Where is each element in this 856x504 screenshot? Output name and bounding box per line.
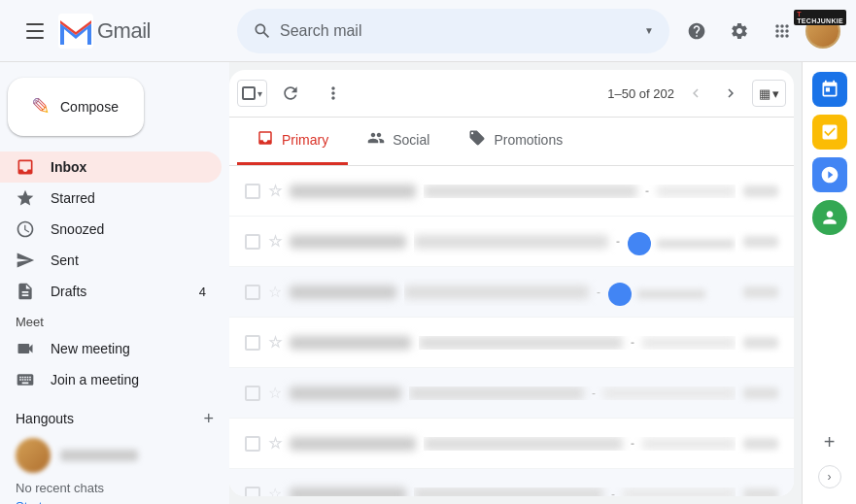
no-recent-chats: No recent chats [0, 477, 229, 499]
search-dropdown-icon: ▼ [644, 25, 654, 36]
email-content: - [424, 185, 736, 198]
search-bar[interactable]: Search mail ▼ [237, 9, 669, 53]
new-meeting-label: New meeting [51, 341, 206, 356]
email-content: - [414, 228, 736, 255]
draft-icon [16, 282, 35, 301]
next-icon [722, 84, 739, 102]
gmail-logo[interactable]: Gmail [58, 14, 151, 49]
hangouts-section: Hangouts + No recent chats Start a new o… [0, 395, 229, 504]
keyboard-icon [16, 370, 35, 389]
hangouts-title: Hangouts [16, 411, 74, 426]
tab-promotions[interactable]: Promotions [449, 118, 582, 165]
promotions-tab-label: Promotions [494, 132, 563, 148]
email-checkbox[interactable] [245, 184, 260, 199]
primary-tab-label: Primary [282, 132, 328, 148]
table-row[interactable]: ☆ - [229, 318, 794, 368]
right-calendar-icon[interactable] [810, 70, 849, 109]
email-checkbox[interactable] [245, 234, 260, 250]
email-subject [424, 185, 637, 198]
start-new-chat[interactable]: Start a new one [0, 499, 229, 504]
view-toggle[interactable]: ▦ ▾ [752, 80, 786, 107]
email-date [743, 236, 778, 248]
refresh-icon [281, 84, 300, 103]
sidebar-item-starred[interactable]: Starred [0, 183, 222, 214]
refresh-button[interactable] [271, 74, 310, 113]
right-tasks-icon[interactable] [810, 113, 849, 151]
table-row[interactable]: ☆ - [229, 166, 794, 217]
email-sender [290, 286, 396, 299]
email-date [743, 438, 778, 450]
more-options-button[interactable] [314, 74, 353, 113]
hangouts-avatar [16, 438, 51, 473]
email-star[interactable]: ☆ [268, 434, 282, 453]
table-row[interactable]: ☆ - [229, 267, 794, 318]
select-all-checkbox[interactable]: ▾ [237, 80, 267, 107]
email-thread-avatar [628, 232, 651, 255]
email-checkbox[interactable] [245, 335, 260, 351]
email-subject [419, 336, 623, 350]
email-star[interactable]: ☆ [268, 182, 282, 200]
table-row[interactable]: ☆ - [229, 217, 794, 267]
right-keep-icon[interactable] [810, 155, 849, 194]
drafts-badge: 4 [199, 285, 206, 299]
email-sender [290, 185, 416, 198]
table-row[interactable]: ☆ - [229, 368, 794, 419]
hangouts-user-item[interactable] [0, 434, 229, 477]
tab-social[interactable]: Social [348, 118, 449, 165]
hangouts-header: Hangouts + [0, 403, 229, 434]
email-subject [424, 437, 623, 451]
right-expand-button[interactable]: › [818, 465, 841, 488]
search-placeholder: Search mail [280, 22, 636, 40]
view-toggle-label: ▦ [759, 86, 770, 101]
compose-label: Compose [60, 99, 119, 115]
email-star[interactable]: ☆ [268, 232, 282, 251]
table-row[interactable]: ☆ - [229, 469, 794, 496]
clock-icon [16, 219, 35, 239]
gmail-text: Gmail [97, 18, 151, 44]
sidebar-item-drafts[interactable]: Drafts 4 [0, 276, 222, 307]
toolbar-left: ▾ [237, 74, 353, 113]
email-checkbox[interactable] [245, 285, 260, 300]
email-content: - [419, 336, 736, 350]
sidebar-item-new-meeting[interactable]: New meeting [0, 333, 222, 364]
hangouts-username [60, 450, 138, 461]
help-button[interactable] [677, 12, 716, 50]
topbar-left: Gmail [16, 12, 229, 50]
email-date [743, 286, 778, 298]
email-star[interactable]: ☆ [268, 333, 282, 352]
prev-page-button[interactable] [682, 80, 709, 107]
next-page-button[interactable] [717, 80, 744, 107]
profile-area[interactable]: T TECHJUNKIE [805, 14, 840, 49]
email-content: - [424, 437, 736, 451]
content-area: ▾ 1–50 of 202 ▦ ▾ [229, 70, 794, 496]
sidebar-item-sent[interactable]: Sent [0, 245, 222, 276]
tab-primary[interactable]: Primary [237, 118, 348, 165]
compose-button[interactable]: ✎ Compose [8, 78, 144, 136]
email-checkbox[interactable] [245, 386, 260, 401]
email-sender [290, 386, 401, 400]
send-icon [16, 251, 35, 270]
email-checkbox[interactable] [245, 436, 260, 452]
table-row[interactable]: ☆ - [229, 419, 794, 469]
email-checkbox[interactable] [245, 487, 260, 497]
email-star[interactable]: ☆ [268, 384, 282, 402]
sidebar-item-snoozed[interactable]: Snoozed [0, 214, 222, 245]
right-add-button[interactable]: + [810, 422, 849, 461]
hangouts-add-button[interactable]: + [203, 409, 214, 429]
gmail-m-icon [58, 14, 93, 49]
settings-icon [730, 21, 749, 41]
sidebar-item-inbox[interactable]: Inbox [0, 151, 222, 183]
sidebar-item-join-meeting[interactable]: Join a meeting [0, 364, 222, 395]
inbox-icon [16, 157, 35, 177]
right-contacts-icon[interactable] [810, 198, 849, 237]
email-star[interactable]: ☆ [268, 485, 282, 496]
email-date [743, 387, 778, 399]
search-icon [253, 21, 272, 41]
view-toggle-arrow: ▾ [772, 86, 779, 101]
email-content: - [409, 386, 736, 400]
inbox-tabs: Primary Social Promotions [229, 118, 794, 166]
settings-button[interactable] [720, 12, 759, 50]
email-sender [290, 487, 406, 497]
menu-button[interactable] [16, 12, 54, 50]
email-star[interactable]: ☆ [268, 283, 282, 301]
